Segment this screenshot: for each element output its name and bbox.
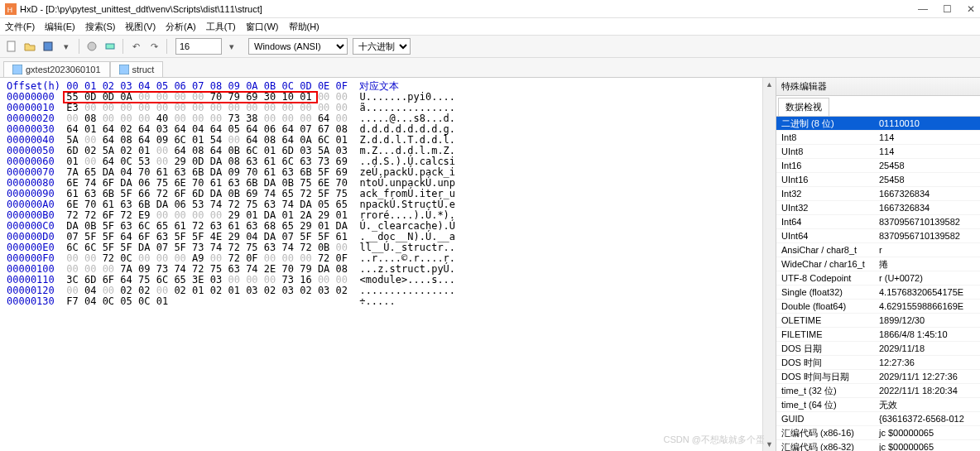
- inspector-row[interactable]: OLETIME1899/12/30: [776, 314, 980, 328]
- inspector-row[interactable]: time_t (64 位)无效: [776, 398, 980, 412]
- inspector-row[interactable]: FILETIME1866/4/8 1:45:10: [776, 328, 980, 342]
- charset-select[interactable]: Windows (ANSI): [248, 38, 348, 55]
- inspector-row[interactable]: Double (float64)4.62915598866169E: [776, 300, 980, 314]
- inspector-row[interactable]: DOS 时间与日期2029/11/1 12:27:36: [776, 370, 980, 384]
- window-title: HxD - [D:\py\pytest_unittest_ddt\venv\Sc…: [20, 4, 262, 14]
- scrollbar[interactable]: ▲ ▼: [762, 78, 776, 451]
- open-button[interactable]: [22, 38, 38, 55]
- save-dropdown[interactable]: ▾: [58, 38, 74, 55]
- menu-item[interactable]: 文件(F): [5, 21, 35, 33]
- inspector-row[interactable]: 二进制 (8 位)01110010: [776, 117, 980, 131]
- inspector-row[interactable]: 汇编代码 (x86-32)jc $00000065: [776, 440, 980, 451]
- scroll-up-arrow[interactable]: ▲: [763, 78, 776, 91]
- menu-item[interactable]: 视图(V): [125, 21, 156, 33]
- inspector-title: 特殊编辑器: [776, 78, 980, 96]
- inspector-row[interactable]: UInt1625458: [776, 173, 980, 187]
- menu-item[interactable]: 编辑(E): [45, 21, 75, 33]
- menu-item[interactable]: 工具(T): [206, 21, 236, 33]
- disk-button[interactable]: [84, 38, 100, 55]
- titlebar: H HxD - [D:\py\pytest_unittest_ddt\venv\…: [0, 0, 980, 18]
- toolbar: ▾ ↶ ↷ ▾ Windows (ANSI) 十六进制: [0, 35, 980, 58]
- svg-rect-6: [12, 65, 22, 74]
- inspector-row[interactable]: Single (float32)4.15768320654175E: [776, 285, 980, 300]
- inspector-row[interactable]: WideChar / char16_t捲: [776, 257, 980, 271]
- inspector-row[interactable]: UTF-8 Codepointr (U+0072): [776, 271, 980, 285]
- document-tabs: gxtest2023060101struct: [0, 58, 980, 78]
- inspector-row[interactable]: time_t (32 位)2022/11/1 18:20:34: [776, 384, 980, 398]
- inspector-row[interactable]: Int1625458: [776, 159, 980, 173]
- menu-item[interactable]: 帮助(H): [289, 21, 319, 33]
- inspector-row[interactable]: GUID{63616372-6568-012: [776, 412, 980, 426]
- svg-point-4: [88, 42, 96, 50]
- data-inspector-panel: 特殊编辑器 数据检视 二进制 (8 位)01110010Int8114UInt8…: [776, 78, 980, 451]
- menu-item[interactable]: 窗口(W): [246, 21, 279, 33]
- inspector-row[interactable]: 汇编代码 (x86-16)jc $00000065: [776, 426, 980, 440]
- inspector-row[interactable]: Int648370956710139582: [776, 215, 980, 229]
- inspector-row[interactable]: UInt8114: [776, 145, 980, 159]
- ram-button[interactable]: [102, 38, 118, 55]
- svg-rect-7: [119, 65, 129, 74]
- inspector-row[interactable]: UInt648370956710139582: [776, 229, 980, 243]
- menu-item[interactable]: 搜索(S): [85, 21, 116, 33]
- new-button[interactable]: [3, 38, 20, 55]
- inspector-row[interactable]: DOS 日期2029/11/18: [776, 342, 980, 356]
- svg-rect-3: [44, 42, 52, 50]
- svg-rect-5: [106, 44, 114, 49]
- hex-view[interactable]: Offset(h) 00 01 02 03 04 05 06 07 08 09 …: [0, 78, 762, 451]
- close-button[interactable]: ✕: [967, 3, 975, 15]
- inspector-row[interactable]: Int321667326834: [776, 187, 980, 201]
- menubar: 文件(F)编辑(E)搜索(S)视图(V)分析(A)工具(T)窗口(W)帮助(H): [0, 18, 980, 35]
- minimize-button[interactable]: —: [918, 3, 928, 15]
- radix-select[interactable]: 十六进制: [353, 38, 411, 55]
- document-tab[interactable]: gxtest2023060101: [3, 61, 110, 77]
- scroll-down-arrow[interactable]: ▼: [763, 438, 776, 451]
- redo-button[interactable]: ↷: [146, 38, 162, 55]
- app-icon: H: [5, 3, 17, 15]
- bytes-per-row-input[interactable]: [175, 38, 222, 55]
- menu-item[interactable]: 分析(A): [166, 21, 196, 33]
- save-button[interactable]: [40, 38, 56, 55]
- inspector-tab[interactable]: 数据检视: [778, 98, 829, 116]
- bytes-per-row-dropdown[interactable]: ▾: [223, 38, 240, 55]
- svg-rect-2: [7, 41, 15, 51]
- maximize-button[interactable]: ☐: [943, 3, 952, 15]
- inspector-row[interactable]: AnsiChar / char8_tr: [776, 243, 980, 257]
- inspector-row[interactable]: DOS 时间12:27:36: [776, 356, 980, 370]
- undo-button[interactable]: ↶: [127, 38, 144, 55]
- svg-text:H: H: [7, 5, 12, 13]
- inspector-row[interactable]: Int8114: [776, 131, 980, 145]
- document-tab[interactable]: struct: [110, 61, 164, 77]
- inspector-row[interactable]: UInt321667326834: [776, 201, 980, 215]
